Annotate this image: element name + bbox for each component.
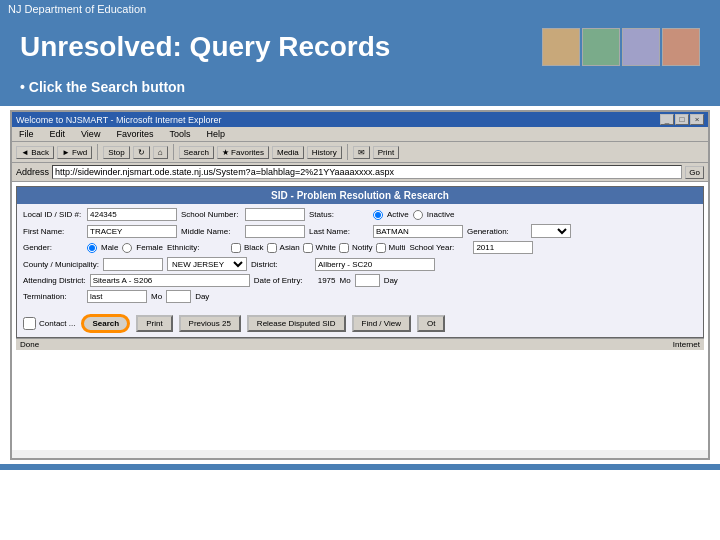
search-button[interactable]: Search xyxy=(81,314,130,333)
ethnicity-asian[interactable] xyxy=(267,243,277,253)
ethnicity-black-label: Black xyxy=(244,243,264,252)
termination-day-input[interactable] xyxy=(166,290,191,303)
ethnicity-multi[interactable] xyxy=(376,243,386,253)
address-input[interactable] xyxy=(52,165,682,179)
title-area: Unresolved: Query Records xyxy=(0,18,720,74)
form-container: SID - Problem Resolution & Research Loca… xyxy=(16,186,704,338)
maximize-button[interactable]: □ xyxy=(675,114,689,125)
browser-window: Welcome to NJSMART - Microsoft Internet … xyxy=(10,110,710,460)
title-images xyxy=(542,28,700,66)
dob-mo-label: 1975 xyxy=(318,276,336,285)
school-number-label: School Number: xyxy=(181,210,241,219)
page-title: Unresolved: Query Records xyxy=(20,31,390,63)
local-id-input[interactable] xyxy=(87,208,177,221)
footer xyxy=(0,464,720,470)
status-active-radio[interactable] xyxy=(373,210,383,220)
form-row-4: County / Municipality: NEW JERSEY Distri… xyxy=(23,257,697,271)
first-name-input[interactable] xyxy=(87,225,177,238)
ethnicity-checkbox-group: Black Asian White Notify Multi xyxy=(231,243,405,253)
minimize-button[interactable]: _ xyxy=(660,114,674,125)
status-label: Status: xyxy=(309,210,369,219)
go-button[interactable]: Go xyxy=(685,166,704,179)
gender-label: Gender: xyxy=(23,243,83,252)
print-button[interactable]: Print xyxy=(136,315,172,332)
favorites-button[interactable]: ★ Favorites xyxy=(217,146,269,159)
first-name-label: First Name: xyxy=(23,227,83,236)
subtitle-area: Click the Search button xyxy=(0,74,720,106)
close-button[interactable]: × xyxy=(690,114,704,125)
district-input[interactable] xyxy=(315,258,435,271)
middle-name-input[interactable] xyxy=(245,225,305,238)
status-active-label: Active xyxy=(387,210,409,219)
form-row-6: Termination: Mo Day xyxy=(23,290,697,303)
menu-view[interactable]: View xyxy=(78,128,103,140)
contact-checkbox-group: Contact ... xyxy=(23,317,75,330)
menu-favorites[interactable]: Favorites xyxy=(113,128,156,140)
find-view-button[interactable]: Find / View xyxy=(352,315,411,332)
gender-male-label: Male xyxy=(101,243,118,252)
search-toolbar-button[interactable]: Search xyxy=(179,146,214,159)
previous-25-button[interactable]: Previous 25 xyxy=(179,315,241,332)
status-inactive-radio[interactable] xyxy=(413,210,423,220)
gender-female-radio[interactable] xyxy=(122,243,132,253)
browser-controls: _ □ × xyxy=(660,114,704,125)
release-disputed-sid-button[interactable]: Release Disputed SID xyxy=(247,315,346,332)
county-label: County / Municipality: xyxy=(23,260,99,269)
stop-button[interactable]: Stop xyxy=(103,146,129,159)
browser-toolbar: ◄ Back ► Fwd Stop ↻ ⌂ Search ★ Favorites… xyxy=(12,142,708,163)
contact-checkbox[interactable] xyxy=(23,317,36,330)
statusbar-text: Done xyxy=(20,340,39,349)
menu-tools[interactable]: Tools xyxy=(166,128,193,140)
print-toolbar-button[interactable]: Print xyxy=(373,146,399,159)
form-title: SID - Problem Resolution & Research xyxy=(17,187,703,204)
dob-mo-text: Mo xyxy=(340,276,351,285)
county-input[interactable] xyxy=(103,258,163,271)
ethnicity-black[interactable] xyxy=(231,243,241,253)
county-dropdown[interactable]: NEW JERSEY xyxy=(167,257,247,271)
refresh-button[interactable]: ↻ xyxy=(133,146,150,159)
browser-menubar: File Edit View Favorites Tools Help xyxy=(12,127,708,142)
history-button[interactable]: History xyxy=(307,146,342,159)
back-button[interactable]: ◄ Back xyxy=(16,146,54,159)
form-buttons: Contact ... Search Print Previous 25 Rel… xyxy=(17,310,703,337)
browser-addressbar: Address Go xyxy=(12,163,708,182)
decorative-image-3 xyxy=(622,28,660,66)
ethnicity-white[interactable] xyxy=(303,243,313,253)
statusbar: Done Internet xyxy=(16,338,704,350)
middle-name-label: Middle Name: xyxy=(181,227,241,236)
date-of-entry-label: Date of Entry: xyxy=(254,276,314,285)
last-name-input[interactable] xyxy=(373,225,463,238)
forward-button[interactable]: ► Fwd xyxy=(57,146,92,159)
other-button[interactable]: Ot xyxy=(417,315,445,332)
browser-titlebar: Welcome to NJSMART - Microsoft Internet … xyxy=(12,112,708,127)
dob-day-input[interactable] xyxy=(355,274,380,287)
generation-select[interactable] xyxy=(531,224,571,238)
termination-label: Termination: xyxy=(23,292,83,301)
school-number-input[interactable] xyxy=(245,208,305,221)
menu-help[interactable]: Help xyxy=(203,128,228,140)
ethnicity-notify-label: Notify xyxy=(352,243,372,252)
form-row-3: Gender: Male Female Ethnicity: Black Asi… xyxy=(23,241,697,254)
browser-title: Welcome to NJSMART - Microsoft Internet … xyxy=(16,115,222,125)
ethnicity-notify[interactable] xyxy=(339,243,349,253)
menu-edit[interactable]: Edit xyxy=(47,128,69,140)
address-label: Address xyxy=(16,167,49,177)
termination-input[interactable] xyxy=(87,290,147,303)
toolbar-separator-1 xyxy=(97,144,98,160)
decorative-image-4 xyxy=(662,28,700,66)
form-row-5: Attending District: Date of Entry: 1975 … xyxy=(23,274,697,287)
media-button[interactable]: Media xyxy=(272,146,304,159)
gender-male-radio[interactable] xyxy=(87,243,97,253)
school-year-label: School Year: xyxy=(409,243,469,252)
ethnicity-asian-label: Asian xyxy=(280,243,300,252)
gender-radio-group: Male Female xyxy=(87,243,163,253)
subtitle-text: Click the Search button xyxy=(20,79,185,95)
school-year-input[interactable] xyxy=(473,241,533,254)
toolbar-separator-3 xyxy=(347,144,348,160)
menu-file[interactable]: File xyxy=(16,128,37,140)
home-button[interactable]: ⌂ xyxy=(153,146,168,159)
mail-button[interactable]: ✉ xyxy=(353,146,370,159)
attending-district-input[interactable] xyxy=(90,274,250,287)
generation-label: Generation: xyxy=(467,227,527,236)
ethnicity-label: Ethnicity: xyxy=(167,243,227,252)
